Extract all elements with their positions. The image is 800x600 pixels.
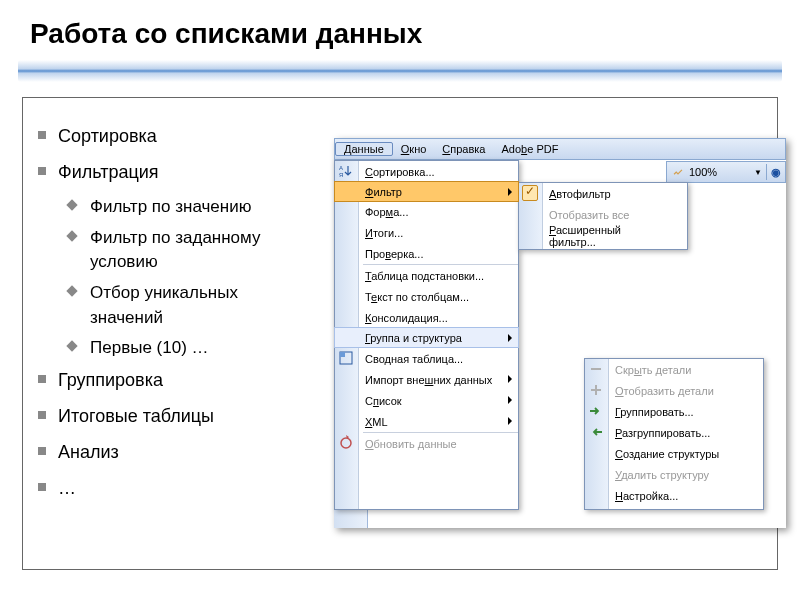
menu-xml-label: XML <box>365 416 388 428</box>
menu-pivot[interactable]: Сводная таблица... <box>335 348 518 369</box>
menubar-adobe[interactable]: Adobe PDF <box>494 143 567 155</box>
menu-group-label: Группа и структура <box>365 332 462 344</box>
menu-list[interactable]: Список <box>335 390 518 411</box>
filter-submenu: Автофильтр Отобразить все Расширенный фи… <box>518 182 688 250</box>
menu-consolidate[interactable]: Консолидация... <box>335 307 518 328</box>
refresh-icon <box>338 435 354 451</box>
submenu-show-label: Отобразить детали <box>615 385 714 397</box>
menu-lookup-label: Таблица подстановки... <box>365 270 484 282</box>
hand-icon[interactable] <box>671 165 685 179</box>
menu-validation-label: Проверка... <box>365 248 423 260</box>
submenu-show-details[interactable]: Отобразить детали <box>585 380 763 401</box>
submenu-arrow-icon <box>508 396 512 404</box>
submenu-ungroup[interactable]: Разгруппировать... <box>585 422 763 443</box>
submenu-ungroup-label: Разгруппировать... <box>615 427 710 439</box>
submenu-hide-label: Скрыть детали <box>615 364 691 376</box>
submenu-create-outline[interactable]: Создание структуры <box>585 443 763 464</box>
menu-sort-label: Сортировка... <box>365 166 435 178</box>
menu-totals-label: Итоги... <box>365 227 403 239</box>
menu-import[interactable]: Импорт внешних данных <box>335 369 518 390</box>
menu-list-label: Список <box>365 395 402 407</box>
slide: Работа со списками данных Сортировка Фил… <box>0 0 800 600</box>
menu-pivot-label: Сводная таблица... <box>365 353 463 365</box>
menu-form[interactable]: Форма... <box>335 201 518 222</box>
sort-icon: AЯ <box>338 163 354 179</box>
submenu-delete-label: Удалить структуру <box>615 469 709 481</box>
menu-form-label: Форма... <box>365 206 408 218</box>
menu-validation[interactable]: Проверка... <box>335 243 518 264</box>
menu-refresh-label: Обновить данные <box>365 438 457 450</box>
menubar-help[interactable]: Справка <box>434 143 493 155</box>
submenu-showall-label: Отобразить все <box>549 209 629 221</box>
data-menu: AЯ Сортировка... Фильтр Форма... Итоги..… <box>334 160 519 510</box>
ungroup-icon <box>588 424 604 440</box>
submenu-advanced[interactable]: Расширенный фильтр... <box>519 225 687 246</box>
bullet-filter-cond: Фильтр по заданному условию <box>58 226 288 275</box>
submenu-group-label: Группировать... <box>615 406 694 418</box>
svg-text:Я: Я <box>339 172 343 178</box>
svg-point-4 <box>341 438 351 448</box>
submenu-arrow-icon <box>508 188 512 196</box>
bullet-filter-unique: Отбор уникальных значений <box>58 281 288 330</box>
svg-rect-3 <box>340 352 345 357</box>
svg-rect-5 <box>591 368 601 370</box>
menubar: Данные Окно Справка Adobe PDF <box>334 138 786 160</box>
menubar-data[interactable]: Данные <box>335 142 393 156</box>
slide-title: Работа со списками данных <box>0 0 800 60</box>
zoom-value[interactable]: 100% <box>689 166 750 178</box>
svg-text:A: A <box>339 165 343 171</box>
submenu-arrow-icon <box>508 417 512 425</box>
submenu-hide-details[interactable]: Скрыть детали <box>585 359 763 380</box>
submenu-showall[interactable]: Отобразить все <box>519 204 687 225</box>
submenu-advanced-label: Расширенный фильтр... <box>549 224 667 248</box>
submenu-settings[interactable]: Настройка... <box>585 485 763 506</box>
menu-filter[interactable]: Фильтр <box>334 181 519 202</box>
divider <box>18 60 782 82</box>
submenu-arrow-icon <box>508 334 512 342</box>
menubar-window[interactable]: Окно <box>393 143 435 155</box>
plus-icon <box>588 382 604 398</box>
group-submenu: Скрыть детали Отобразить детали Группиро… <box>584 358 764 510</box>
submenu-group[interactable]: Группировать... <box>585 401 763 422</box>
menu-sort[interactable]: AЯ Сортировка... <box>335 161 518 182</box>
excel-menu-screenshot: Данные Окно Справка Adobe PDF 100% ▼ ◉ A… <box>334 138 786 528</box>
toolbar: 100% ▼ ◉ <box>666 161 786 183</box>
check-icon <box>522 185 538 201</box>
menu-consolidate-label: Консолидация... <box>365 312 448 324</box>
svg-rect-7 <box>595 385 597 395</box>
menu-textcols[interactable]: Текст по столбцам... <box>335 286 518 307</box>
menu-totals[interactable]: Итоги... <box>335 222 518 243</box>
dropdown-icon[interactable]: ▼ <box>754 168 762 177</box>
group-icon <box>588 403 604 419</box>
menu-filter-label: Фильтр <box>365 186 402 198</box>
submenu-arrow-icon <box>508 375 512 383</box>
submenu-autofilter[interactable]: Автофильтр <box>519 183 687 204</box>
minus-icon <box>588 361 604 377</box>
pivot-icon <box>338 350 354 366</box>
submenu-delete-outline[interactable]: Удалить структуру <box>585 464 763 485</box>
submenu-create-label: Создание структуры <box>615 448 719 460</box>
menu-refresh[interactable]: Обновить данные <box>335 433 518 454</box>
menu-import-label: Импорт внешних данных <box>365 374 492 386</box>
submenu-autofilter-label: Автофильтр <box>549 188 611 200</box>
help-icon[interactable]: ◉ <box>771 166 781 179</box>
menu-xml[interactable]: XML <box>335 411 518 432</box>
menu-lookup[interactable]: Таблица подстановки... <box>335 265 518 286</box>
menu-group-structure[interactable]: Группа и структура <box>334 327 519 348</box>
menu-textcols-label: Текст по столбцам... <box>365 291 469 303</box>
submenu-settings-label: Настройка... <box>615 490 678 502</box>
